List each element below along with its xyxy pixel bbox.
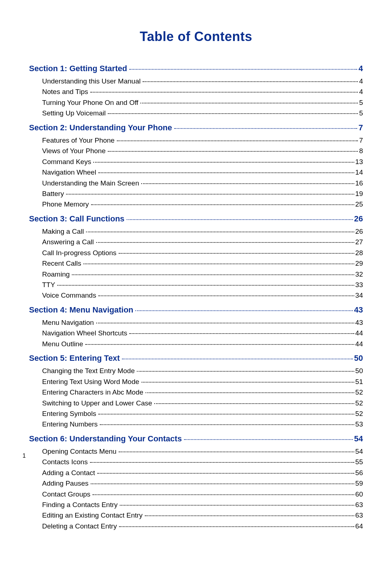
toc-item-page: 63: [355, 499, 363, 510]
toc-leader-dots: [98, 172, 354, 173]
toc-item-page: 53: [355, 419, 363, 429]
toc-leader-dots: [66, 193, 354, 195]
toc-item-page: 33: [355, 279, 363, 290]
toc-section[interactable]: Section 6: Understanding Your Contacts54: [29, 433, 363, 445]
toc-item-label: Entering Numbers: [42, 419, 98, 429]
toc-item-label: Contacts Icons: [42, 457, 88, 467]
toc-item-label: Answering a Call: [42, 237, 94, 247]
toc-item[interactable]: Phone Memory25: [42, 199, 363, 209]
toc-item[interactable]: Opening Contacts Menu54: [42, 446, 363, 457]
toc-leader-dots: [119, 526, 354, 527]
toc-leader-dots: [127, 219, 353, 220]
toc-leader-dots: [97, 473, 354, 474]
toc-item-label: Changing the Text Entry Mode: [42, 366, 135, 376]
toc-item-label: Adding Pauses: [42, 478, 89, 489]
toc-section[interactable]: Section 1: Getting Started4: [29, 62, 363, 74]
toc-item-label: Turning Your Phone On and Off: [42, 97, 138, 108]
toc-item-label: Menu Outline: [42, 339, 83, 349]
toc-item[interactable]: Making a Call26: [42, 226, 363, 237]
toc-item[interactable]: Battery19: [42, 188, 363, 199]
toc-item-page: 52: [355, 408, 363, 419]
toc-section-page: 54: [354, 433, 363, 445]
toc-leader-dots: [98, 295, 354, 296]
toc-item-label: Phone Memory: [42, 199, 89, 209]
toc-item[interactable]: Entering Numbers53: [42, 419, 363, 429]
toc-item-label: Contact Groups: [42, 489, 90, 499]
toc-item-page: 26: [355, 226, 363, 237]
toc-item[interactable]: Understanding this User Manual4: [42, 76, 363, 86]
toc-item-page: 52: [355, 398, 363, 408]
toc-section-label: Section 4: Menu Navigation: [29, 304, 133, 316]
toc-leader-dots: [90, 91, 358, 93]
toc-item[interactable]: Views of Your Phone8: [42, 146, 363, 156]
toc-section[interactable]: Section 2: Understanding Your Phone7: [29, 122, 363, 134]
toc-leader-dots: [117, 140, 358, 141]
toc-item[interactable]: Voice Commands34: [42, 290, 363, 301]
toc-item[interactable]: Roaming32: [42, 269, 363, 279]
toc-item[interactable]: Entering Characters in Abc Mode52: [42, 387, 363, 397]
toc-item-label: Entering Symbols: [42, 408, 96, 419]
toc-item-label: Making a Call: [42, 226, 84, 237]
toc-item[interactable]: Changing the Text Entry Mode50: [42, 366, 363, 376]
toc-item[interactable]: Call In-progress Options28: [42, 248, 363, 258]
toc-leader-dots: [108, 151, 358, 152]
toc-section-page: 50: [354, 352, 363, 364]
toc-leader-dots: [120, 505, 354, 506]
toc-leader-dots: [129, 69, 357, 70]
toc-item-page: 4: [359, 76, 363, 86]
toc-item-label: Understanding the Main Screen: [42, 178, 139, 188]
toc-item[interactable]: Deleting a Contact Entry64: [42, 521, 363, 531]
toc-leader-dots: [96, 322, 354, 323]
toc-item[interactable]: Understanding the Main Screen16: [42, 178, 363, 188]
toc-item[interactable]: TTY33: [42, 279, 363, 290]
toc-leader-dots: [85, 344, 354, 345]
toc-item[interactable]: Editing an Existing Contact Entry63: [42, 510, 363, 520]
toc-leader-dots: [141, 183, 354, 184]
toc-section[interactable]: Section 5: Entering Text50: [29, 352, 363, 364]
toc-leader-dots: [137, 371, 354, 372]
toc-item[interactable]: Contacts Icons55: [42, 457, 363, 467]
toc-item[interactable]: Notes and Tips4: [42, 86, 363, 97]
toc-section-page: 4: [359, 62, 363, 74]
page: Table of Contents Section 1: Getting Sta…: [0, 0, 392, 588]
toc-item-page: 16: [355, 178, 363, 188]
toc-item-page: 7: [359, 135, 363, 146]
toc-item[interactable]: Contact Groups60: [42, 489, 363, 499]
toc-item[interactable]: Setting Up Voicemail5: [42, 108, 363, 118]
toc-item[interactable]: Adding Pauses59: [42, 478, 363, 489]
toc-item[interactable]: Navigation Wheel Shortcuts44: [42, 328, 363, 338]
toc-leader-dots: [135, 310, 352, 311]
toc-item-page: 8: [359, 146, 363, 156]
toc-item-label: TTY: [42, 279, 55, 290]
toc-item[interactable]: Answering a Call27: [42, 237, 363, 247]
toc-item-page: 54: [355, 446, 363, 457]
toc-item-label: Understanding this User Manual: [42, 76, 140, 86]
toc-item[interactable]: Finding a Contacts Entry63: [42, 499, 363, 510]
toc-item-label: Setting Up Voicemail: [42, 108, 106, 118]
toc-item-label: Switching to Upper and Lower Case: [42, 398, 152, 408]
toc-item-page: 44: [355, 328, 363, 338]
toc-section-page: 7: [359, 122, 363, 134]
toc-item[interactable]: Navigation Wheel14: [42, 167, 363, 177]
toc-section[interactable]: Section 4: Menu Navigation43: [29, 304, 363, 316]
toc-item-page: 5: [359, 108, 363, 118]
toc-item-page: 56: [355, 467, 363, 478]
toc-leader-dots: [145, 515, 354, 516]
toc-section[interactable]: Section 3: Call Functions26: [29, 213, 363, 225]
toc-item[interactable]: Command Keys13: [42, 156, 363, 167]
toc-item[interactable]: Switching to Upper and Lower Case52: [42, 398, 363, 408]
toc-item[interactable]: Entering Symbols52: [42, 408, 363, 419]
toc-leader-dots: [96, 242, 354, 243]
toc-item-label: Notes and Tips: [42, 86, 88, 97]
toc-item[interactable]: Features of Your Phone7: [42, 135, 363, 146]
toc-item-page: 32: [355, 269, 363, 279]
toc-item-label: Opening Contacts Menu: [42, 446, 117, 457]
toc-item[interactable]: Adding a Contact56: [42, 467, 363, 478]
toc-item[interactable]: Turning Your Phone On and Off5: [42, 97, 363, 108]
toc-item[interactable]: Entering Text Using Word Mode51: [42, 376, 363, 387]
toc-item[interactable]: Menu Navigation43: [42, 317, 363, 328]
toc-leader-dots: [91, 204, 354, 205]
toc-item-page: 63: [355, 510, 363, 520]
toc-item[interactable]: Menu Outline44: [42, 339, 363, 349]
toc-item[interactable]: Recent Calls29: [42, 258, 363, 269]
